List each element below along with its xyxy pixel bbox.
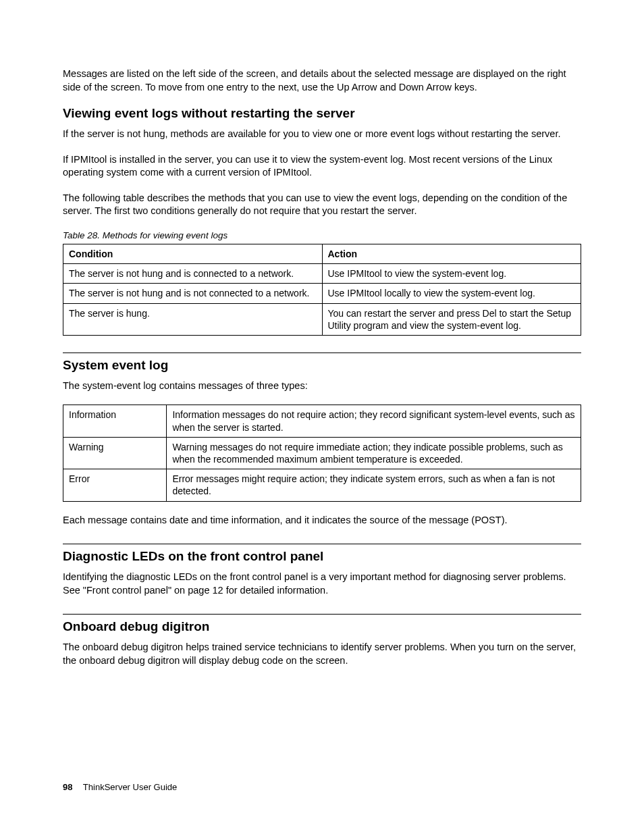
table-cell: Warning messages do not require immediat… (167, 437, 581, 469)
table-header-cell: Action (322, 244, 581, 263)
table-row: The server is not hung and is connected … (63, 264, 581, 284)
table-row: The server is not hung and is not connec… (63, 284, 581, 303)
table-cell: The server is hung. (63, 303, 323, 335)
table-cell: Use IPMItool locally to view the system-… (322, 284, 581, 303)
table-methods-event-logs: Condition Action The server is not hung … (63, 244, 581, 336)
heading-onboard-debug-digitron: Onboard debug digitron (63, 619, 581, 634)
heading-diagnostic-leds: Diagnostic LEDs on the front control pan… (63, 549, 581, 564)
page-number: 98 (63, 782, 72, 792)
table-header-cell: Condition (63, 244, 323, 263)
body-paragraph: Identifying the diagnostic LEDs on the f… (63, 571, 581, 597)
table-cell: Error (63, 469, 167, 501)
table-cell: Information messages do not require acti… (167, 405, 581, 437)
table-row: Warning Warning messages do not require … (63, 437, 581, 469)
body-paragraph: Each message contains date and time info… (63, 514, 581, 527)
body-paragraph: If the server is not hung, methods are a… (63, 128, 581, 141)
table-row: Error Error messages might require actio… (63, 469, 581, 501)
book-title: ThinkServer User Guide (83, 782, 177, 792)
table-caption: Table 28. Methods for viewing event logs (63, 230, 581, 240)
body-paragraph: The system-event log contains messages o… (63, 380, 581, 393)
table-cell: Error messages might require action; the… (167, 469, 581, 501)
heading-viewing-event-logs: Viewing event logs without restarting th… (63, 106, 581, 121)
table-row: The server is hung. You can restart the … (63, 303, 581, 335)
heading-system-event-log: System event log (63, 358, 581, 373)
table-cell: Information (63, 405, 167, 437)
table-cell: The server is not hung and is not connec… (63, 284, 323, 303)
intro-paragraph: Messages are listed on the left side of … (63, 68, 581, 94)
page-footer: 98 ThinkServer User Guide (63, 782, 177, 792)
body-paragraph: The following table describes the method… (63, 192, 581, 218)
table-cell: Warning (63, 437, 167, 469)
table-message-types: Information Information messages do not … (63, 405, 581, 501)
table-cell: You can restart the server and press Del… (322, 303, 581, 335)
table-cell: The server is not hung and is connected … (63, 264, 323, 284)
table-row: Information Information messages do not … (63, 405, 581, 437)
table-cell: Use IPMItool to view the system-event lo… (322, 264, 581, 284)
body-paragraph: The onboard debug digitron helps trained… (63, 641, 581, 667)
table-header-row: Condition Action (63, 244, 581, 263)
body-paragraph: If IPMItool is installed in the server, … (63, 153, 581, 180)
